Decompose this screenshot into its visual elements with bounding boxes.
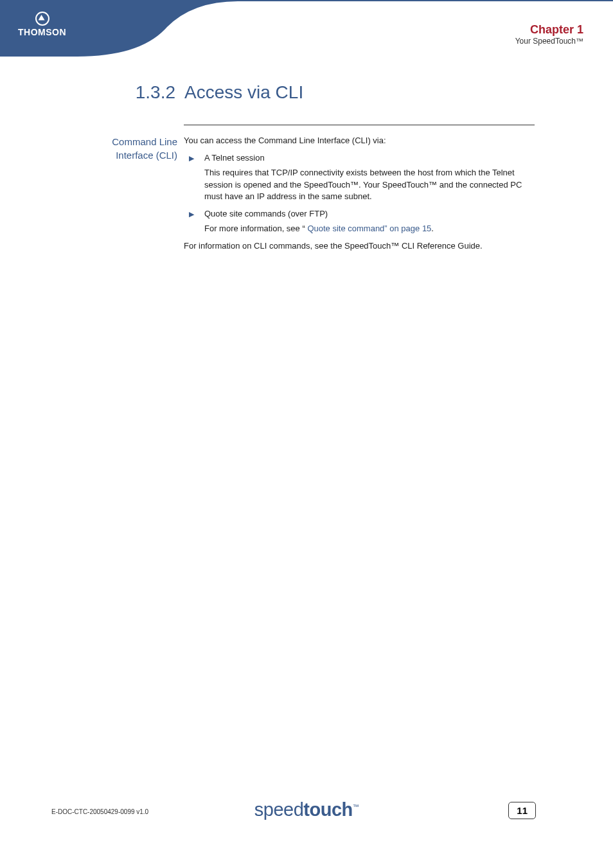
bullet-label: Quote site commands (over FTP) <box>204 208 535 220</box>
cross-reference-link[interactable]: Quote site command” on page 15 <box>305 224 432 233</box>
body-content: You can access the Command Line Interfac… <box>184 135 535 258</box>
horizontal-rule <box>184 125 535 125</box>
section-number: 1.3.2 <box>125 82 175 103</box>
bullet-description: For more information, see “ Quote site c… <box>204 223 535 235</box>
thomson-logo-icon <box>35 12 49 26</box>
link-prefix: For more information, see “ <box>204 224 305 233</box>
chapter-title: Chapter 1 <box>515 23 583 37</box>
logo-part-light: speed <box>254 799 304 820</box>
outro-text: For information on CLI commands, see the… <box>184 240 535 252</box>
page-number: 11 <box>508 802 536 819</box>
bullet-item: ▶ A Telnet session <box>184 152 535 164</box>
link-suffix: . <box>431 224 434 233</box>
sidebar-label: Command Line Interface (CLI) <box>77 135 177 162</box>
section-title: Access via CLI <box>184 82 303 102</box>
chapter-subtitle: Your SpeedTouch™ <box>515 37 583 46</box>
header-right: Chapter 1 Your SpeedTouch™ <box>515 23 583 46</box>
thomson-logo-text: THOMSON <box>18 27 66 37</box>
section-heading: 1.3.2Access via CLI <box>125 82 303 103</box>
thomson-logo: THOMSON <box>18 12 66 37</box>
bullet-item: ▶ Quote site commands (over FTP) <box>184 208 535 220</box>
document-id: E-DOC-CTC-20050429-0099 v1.0 <box>51 808 148 815</box>
bullet-icon: ▶ <box>184 208 204 220</box>
bullet-icon: ▶ <box>184 152 204 164</box>
logo-tm: ™ <box>353 803 359 810</box>
footer: E-DOC-CTC-20050429-0099 v1.0 speedtouch™… <box>0 791 613 823</box>
bullet-description: This requires that TCP/IP connectivity e… <box>204 167 535 204</box>
logo-part-bold: touch <box>303 799 352 820</box>
bullet-label: A Telnet session <box>204 152 535 164</box>
speedtouch-logo: speedtouch™ <box>254 799 359 820</box>
intro-text: You can access the Command Line Interfac… <box>184 135 535 147</box>
